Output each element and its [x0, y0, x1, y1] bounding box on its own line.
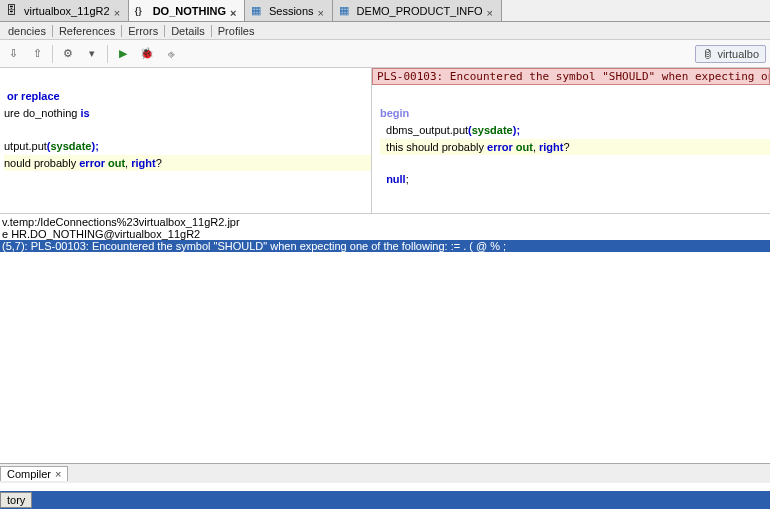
log-line[interactable]: v.temp:/IdeConnections%23virtualbox_11gR… [0, 216, 770, 228]
procedure-icon [135, 4, 149, 18]
database-icon [6, 4, 20, 18]
sub-tab-details[interactable]: Details [164, 25, 211, 37]
close-icon[interactable] [55, 468, 61, 480]
sub-tab-profiles[interactable]: Profiles [211, 25, 261, 37]
arrow-up-icon[interactable]: ⇧ [28, 45, 46, 63]
sub-tab-dependencies[interactable]: dencies [2, 25, 52, 37]
tab-label: Sessions [269, 5, 314, 17]
connection-selector[interactable]: 🛢 virtualbo [695, 45, 766, 63]
code-text: sysdate [51, 140, 92, 152]
code-text: ); [91, 140, 98, 152]
dropdown-icon[interactable]: ▾ [83, 45, 101, 63]
close-icon[interactable] [230, 7, 238, 15]
code-text: do_nothing [23, 107, 81, 119]
messages-log[interactable]: v.temp:/IdeConnections%23virtualbox_11gR… [0, 214, 770, 278]
table-icon [339, 4, 353, 18]
editor-toolbar: ⇩ ⇧ ⚙ ▾ ▶ 🐞 ⎆ 🛢 virtualbo [0, 40, 770, 68]
close-icon[interactable] [114, 7, 122, 15]
close-icon[interactable] [318, 7, 326, 15]
code-text: error [487, 141, 513, 153]
bug-icon[interactable]: 🐞 [138, 45, 156, 63]
code-editor-right[interactable]: PLS-00103: Encountered the symbol "SHOUL… [372, 68, 770, 213]
log-line[interactable]: e HR.DO_NOTHING@virtualbox_11gR2 [0, 228, 770, 240]
code-text: ure [4, 107, 23, 119]
error-banner: PLS-00103: Encountered the symbol "SHOUL… [372, 68, 770, 85]
code-text: ; [406, 173, 409, 185]
code-text: this should probably [380, 141, 487, 153]
code-text: error [79, 157, 105, 169]
compile-icon[interactable]: ⎆ [162, 45, 180, 63]
code-text: dbms_output.put [380, 124, 468, 136]
code-text: begin [380, 107, 409, 119]
code-text: out [105, 157, 125, 169]
code-text: ? [156, 157, 162, 169]
code-text: ? [563, 141, 569, 153]
run-icon[interactable]: ▶ [114, 45, 132, 63]
tab-demo-product[interactable]: DEMO_PRODUCT_INFO [333, 0, 502, 21]
table-icon [251, 4, 265, 18]
code-text: right [131, 157, 155, 169]
arrow-down-icon[interactable]: ⇩ [4, 45, 22, 63]
bottom-panel-tabs: Compiler [0, 463, 770, 483]
code-text: utput.put [4, 140, 47, 152]
detail-tab-bar: dencies References Errors Details Profil… [0, 22, 770, 40]
tab-do-nothing[interactable]: DO_NOTHING [129, 0, 245, 21]
tab-label: virtualbox_11gR2 [24, 5, 110, 17]
tab-sessions[interactable]: Sessions [245, 0, 333, 21]
button-label: tory [7, 494, 25, 506]
log-line-selected[interactable]: (5,7): PLS-00103: Encountered the symbol… [0, 240, 770, 252]
editor-split: or replace ure do_nothing is utput.put(s… [0, 68, 770, 214]
tab-label: DEMO_PRODUCT_INFO [357, 5, 483, 17]
history-bar: tory [0, 491, 770, 509]
sub-tab-references[interactable]: References [52, 25, 121, 37]
tab-label: DO_NOTHING [153, 5, 226, 17]
gear-icon[interactable]: ⚙ [59, 45, 77, 63]
compiler-tab[interactable]: Compiler [0, 466, 68, 481]
close-icon[interactable] [487, 7, 495, 15]
code-text: sysdate [472, 124, 513, 136]
code-text: nould probably [4, 157, 79, 169]
history-button[interactable]: tory [0, 492, 32, 508]
sub-tab-errors[interactable]: Errors [121, 25, 164, 37]
code-text: is [80, 107, 89, 119]
tab-label: Compiler [7, 468, 51, 480]
code-text: null [386, 173, 406, 185]
editor-tab-bar: virtualbox_11gR2 DO_NOTHING Sessions DEM… [0, 0, 770, 22]
code-text: ); [513, 124, 520, 136]
tab-connection[interactable]: virtualbox_11gR2 [0, 0, 129, 21]
database-icon: 🛢 [702, 48, 713, 60]
code-text: or replace [4, 90, 60, 102]
code-text: out [513, 141, 533, 153]
blank-area [0, 278, 770, 463]
connection-label: virtualbo [717, 48, 759, 60]
code-text: right [539, 141, 563, 153]
code-editor-left[interactable]: or replace ure do_nothing is utput.put(s… [0, 68, 372, 213]
